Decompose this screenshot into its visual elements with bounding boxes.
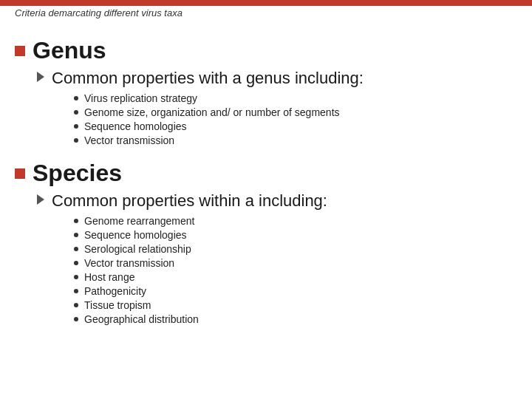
dot-bullet-icon (74, 303, 78, 307)
species-item-3: Serological relationship (84, 243, 191, 255)
list-item: Genome rearrangement (74, 215, 517, 227)
species-item-7: Tissue tropism (84, 299, 151, 311)
genus-item-3: Sequence homologies (84, 120, 187, 132)
species-item-1: Genome rearrangement (84, 215, 194, 227)
genus-items-list: Virus replication strategy Genome size, … (74, 92, 517, 146)
list-item: Sequence homologies (74, 120, 517, 132)
species-item-2: Sequence homologies (84, 229, 187, 241)
genus-subsection-title: Common properties with a genus including… (52, 69, 364, 88)
genus-subsection: Common properties with a genus including… (37, 69, 517, 146)
species-item-6: Pathogenicity (84, 285, 146, 297)
list-item: Virus replication strategy (74, 92, 517, 104)
species-items-list: Genome rearrangement Sequence homologies… (74, 215, 517, 325)
dot-bullet-icon (74, 289, 78, 293)
species-item-4: Vector transmission (84, 257, 174, 269)
dot-bullet-icon (74, 247, 78, 251)
genus-section: Genus Common properties with a genus inc… (15, 37, 517, 146)
species-subsection-title: Common properties within a including: (52, 191, 327, 211)
genus-item-1: Virus replication strategy (84, 92, 197, 104)
genus-heading: Genus (15, 37, 517, 64)
list-item: Genome size, organization and/ or number… (74, 106, 517, 118)
species-title: Species (33, 160, 122, 187)
dot-bullet-icon (74, 110, 78, 115)
header-title: Criteria demarcating different virus tax… (15, 7, 517, 18)
list-item: Serological relationship (74, 243, 517, 255)
dot-bullet-icon (74, 261, 78, 265)
list-item: Host range (74, 271, 517, 283)
species-triangle-bullet (37, 194, 44, 205)
genus-subsection-heading: Common properties with a genus including… (37, 69, 517, 88)
list-item: Geographical distribution (74, 313, 517, 325)
species-section: Species Common properties within a inclu… (15, 160, 517, 325)
dot-bullet-icon (74, 124, 78, 129)
genus-item-4: Vector transmission (84, 134, 174, 146)
list-item: Pathogenicity (74, 285, 517, 297)
dot-bullet-icon (74, 275, 78, 279)
species-bullet (15, 168, 25, 179)
genus-title: Genus (33, 37, 106, 64)
genus-bullet (15, 46, 25, 56)
genus-item-2: Genome size, organization and/ or number… (84, 106, 340, 118)
dot-bullet-icon (74, 317, 78, 321)
dot-bullet-icon (74, 96, 78, 100)
species-heading: Species (15, 160, 517, 187)
species-item-8: Geographical distribution (84, 313, 199, 325)
dot-bullet-icon (74, 138, 78, 143)
dot-bullet-icon (74, 219, 78, 223)
content: Genus Common properties with a genus inc… (15, 37, 517, 392)
species-item-5: Host range (84, 271, 134, 283)
list-item: Vector transmission (74, 257, 517, 269)
list-item: Sequence homologies (74, 229, 517, 241)
genus-triangle-bullet (37, 72, 44, 82)
list-item: Tissue tropism (74, 299, 517, 311)
header-area: Criteria demarcating different virus tax… (0, 0, 532, 23)
list-item: Vector transmission (74, 134, 517, 146)
species-subsection: Common properties within a including: Ge… (37, 191, 517, 325)
species-subsection-heading: Common properties within a including: (37, 191, 517, 211)
dot-bullet-icon (74, 233, 78, 237)
